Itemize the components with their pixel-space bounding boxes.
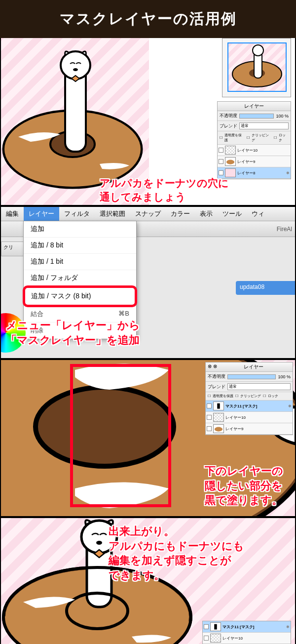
protect-checkbox[interactable]: ☐ — [220, 136, 222, 140]
selection-highlight — [70, 364, 171, 507]
annotation-4: 出来上がり。 アルパカにもドーナツにも 編集を加えず隠すことが できます。 — [109, 524, 244, 583]
svg-rect-23 — [214, 624, 217, 630]
clipping-checkbox[interactable]: ☐ — [235, 394, 238, 398]
layer-name: レイヤー9 — [237, 159, 290, 164]
panel-4: 出来上がり。 アルパカにもドーナツにも 編集を加えず隠すことが できます。 マス… — [0, 517, 296, 644]
visibility-icon[interactable] — [207, 426, 212, 431]
svg-rect-14 — [217, 403, 220, 409]
layer-list: マスク11 [マスク] ✱ レイヤー10 レイヤー9 レイヤー8 — [203, 621, 291, 644]
layer-thumbnail — [210, 622, 221, 631]
lock-checkbox[interactable]: ☐ — [274, 136, 277, 140]
side-label: クリ — [1, 242, 26, 256]
visibility-icon[interactable] — [219, 159, 223, 164]
menu-item-add-1bit[interactable]: 追加 / 1 bit — [24, 254, 136, 270]
layer-row[interactable]: マスク11 [マスク] ✱ — [203, 621, 291, 633]
blend-select[interactable]: 通常 — [227, 383, 291, 390]
visibility-icon[interactable] — [207, 403, 212, 408]
menu-item-add-mask[interactable]: 追加 / マスク (8 bit) — [23, 285, 137, 307]
menu-view[interactable]: 表示 — [195, 207, 218, 221]
shortcut-hint: ⌘B — [118, 310, 129, 319]
file-tab[interactable]: updata08 — [236, 281, 295, 295]
layer-thumbnail — [210, 634, 221, 643]
gear-icon[interactable]: ✱ — [286, 625, 290, 629]
layer-thumbnail — [213, 413, 224, 422]
protect-label: 透明度を保護 — [224, 133, 245, 143]
opacity-label: 不透明度 — [220, 113, 237, 119]
layer-list: マスク11 [マスク] ✱ レイヤー10 レイヤー9 — [206, 401, 293, 435]
navigator-panel[interactable] — [222, 38, 291, 97]
menu-bar: 編集 レイヤー フィルタ 選択範囲 スナップ カラー 表示 ツール ウィ — [1, 207, 295, 221]
protect-checkbox[interactable]: ☐ — [208, 394, 211, 398]
menu-item-add-folder[interactable]: 追加 / フォルダ — [24, 270, 136, 286]
visibility-icon[interactable] — [219, 148, 223, 153]
annotation-1: アルパカをドーナツの穴に 通してみましょう — [100, 176, 229, 204]
blend-select[interactable]: 通常 — [239, 122, 289, 129]
annotation-3: 下のレイヤーの 隠したい部分を 黒で塗ります。 — [205, 464, 283, 508]
layer-name: レイヤー10 — [225, 415, 292, 420]
panel-1: レイヤー 不透明度 100 % ブレンド 通常 ☐ 透明度を保護 ☐ クリッピン… — [0, 38, 296, 206]
panel-2: 編集 レイヤー フィルタ 選択範囲 スナップ カラー 表示 ツール ウィ Fir… — [0, 206, 296, 359]
svg-point-15 — [215, 427, 222, 432]
layer-panel[interactable]: マスク11 [マスク] ✱ レイヤー10 レイヤー9 レイヤー8 — [202, 621, 291, 644]
navigator-thumbnail — [227, 42, 287, 92]
lock-label: ロック — [279, 133, 289, 143]
layer-panel[interactable]: レイヤー 不透明度 100 % ブレンド 通常 ☐ 透明度を保護 ☐ クリッピン… — [217, 101, 291, 179]
svg-point-5 — [73, 68, 78, 71]
layer-row[interactable]: マスク11 [マスク] ✱ — [206, 401, 293, 412]
opacity-value: 100 % — [276, 114, 289, 119]
layer-row[interactable]: レイヤー10 — [218, 145, 291, 156]
layer-panel[interactable]: ⊗ ⊗ レイヤー 不透明度 100 % ブレンド 通常 ☐透明度を保護 ☐クリッ… — [205, 362, 293, 435]
annotation-2: メニュー「レイヤー」から 「マスクレイヤー」を追加 — [6, 318, 140, 347]
layer-name: レイヤー8 — [237, 170, 285, 176]
panel-3: ⊗ ⊗ レイヤー 不透明度 100 % ブレンド 通常 ☐透明度を保護 ☐クリッ… — [0, 359, 296, 517]
visibility-icon[interactable] — [204, 624, 209, 629]
layer-name: レイヤー9 — [225, 426, 292, 432]
menu-color[interactable]: カラー — [166, 207, 195, 221]
lock-checkbox[interactable]: ☐ — [263, 394, 266, 398]
opacity-label: 不透明度 — [208, 373, 225, 380]
opacity-slider[interactable] — [227, 374, 276, 379]
layer-panel-title: レイヤー — [244, 363, 263, 370]
lock-label: ロック — [268, 394, 278, 399]
opacity-slider[interactable] — [239, 114, 274, 119]
svg-point-10 — [226, 160, 234, 164]
visibility-icon[interactable] — [219, 170, 223, 175]
layer-thumbnail — [213, 402, 224, 410]
layer-panel-title: レイヤー — [218, 102, 291, 111]
menu-filter[interactable]: フィルタ — [59, 207, 95, 221]
menu-select[interactable]: 選択範囲 — [95, 207, 130, 221]
menu-item-add-8bit[interactable]: 追加 / 8 bit — [24, 238, 136, 254]
page-title: マスクレイヤーの活用例 — [0, 0, 296, 38]
layer-row[interactable]: レイヤー9 — [206, 423, 293, 435]
menu-layer[interactable]: レイヤー — [24, 207, 59, 221]
layer-row[interactable]: レイヤー9 — [218, 156, 291, 167]
blend-label: ブレンド — [208, 384, 225, 390]
menu-tool[interactable]: ツール — [218, 207, 247, 221]
visibility-icon[interactable] — [207, 415, 212, 420]
blend-label: ブレンド — [220, 123, 237, 129]
layer-name: マスク11 [マスク] — [225, 403, 287, 409]
layer-thumbnail — [225, 146, 236, 155]
app-name-fragment: FireAl — [277, 226, 292, 233]
opacity-value: 100 % — [278, 374, 291, 379]
clipping-label: クリッピング — [240, 394, 261, 399]
svg-point-9 — [253, 45, 263, 56]
menu-edit[interactable]: 編集 — [1, 207, 24, 221]
gear-icon[interactable]: ✱ — [288, 404, 292, 408]
layer-thumbnail — [213, 424, 224, 433]
menu-item-merge[interactable]: 結合 — [31, 310, 43, 319]
layer-name: レイヤー10 — [237, 148, 290, 153]
menu-snap[interactable]: スナップ — [130, 207, 166, 221]
menu-window[interactable]: ウィ — [247, 207, 269, 221]
clipping-label: クリッピング — [252, 133, 272, 143]
layer-name: マスク11 [マスク] — [222, 624, 285, 630]
menu-item-add[interactable]: 追加 — [24, 221, 136, 238]
protect-label: 透明度を保護 — [213, 394, 233, 399]
layer-row[interactable]: レイヤー10 — [206, 412, 293, 423]
svg-point-22 — [96, 541, 102, 545]
clipping-checkbox[interactable]: ☐ — [247, 136, 250, 140]
visibility-icon[interactable] — [204, 636, 209, 641]
gear-icon[interactable]: ✱ — [286, 171, 290, 175]
close-icon[interactable]: ⊗ ⊗ — [208, 363, 217, 370]
layer-row[interactable]: レイヤー10 — [203, 633, 291, 644]
